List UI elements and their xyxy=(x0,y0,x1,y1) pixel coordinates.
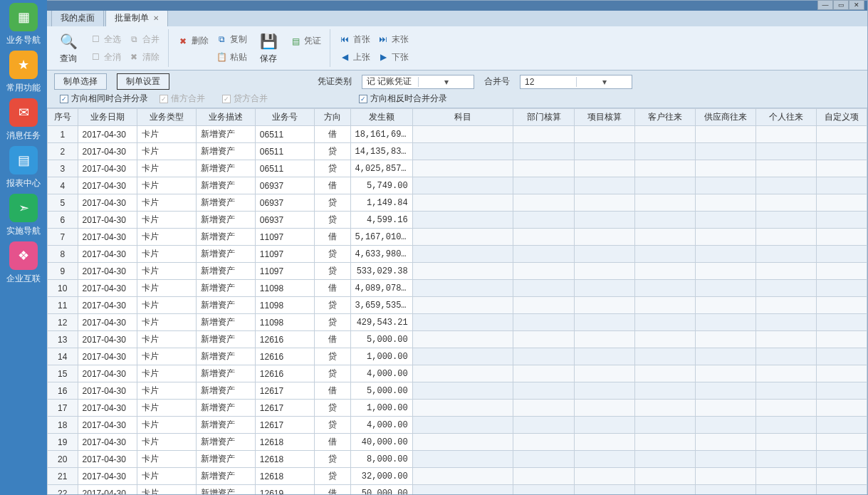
cell-empty[interactable] xyxy=(412,382,513,400)
cell-empty[interactable] xyxy=(574,451,634,468)
column-header[interactable]: 自定义项 xyxy=(816,109,867,126)
cell-empty[interactable] xyxy=(574,126,634,143)
cell-empty[interactable] xyxy=(816,365,867,382)
cell-empty[interactable] xyxy=(574,280,634,297)
cell-empty[interactable] xyxy=(816,280,867,297)
delete-button[interactable]: ✖删除 xyxy=(174,33,211,48)
cell-empty[interactable] xyxy=(816,485,867,495)
window-maximize-button[interactable]: ▭ xyxy=(833,0,849,10)
cell-empty[interactable] xyxy=(816,314,867,331)
table-row[interactable]: 102017-04-30卡片新增资产11098借4,089,078.63 xyxy=(48,280,867,297)
save-button[interactable]: 💾 保存 xyxy=(251,31,286,65)
cell-empty[interactable] xyxy=(412,297,513,314)
cell-empty[interactable] xyxy=(755,331,816,348)
column-header[interactable]: 业务日期 xyxy=(78,109,137,126)
cell-empty[interactable] xyxy=(513,194,574,212)
table-row[interactable]: 72017-04-30卡片新增资产11097借5,167,010.35 xyxy=(48,229,867,246)
cell-empty[interactable] xyxy=(695,314,755,331)
cell-empty[interactable] xyxy=(695,194,755,212)
cell-empty[interactable] xyxy=(513,417,574,434)
cell-empty[interactable] xyxy=(513,143,574,160)
cell-empty[interactable] xyxy=(513,365,574,382)
cell-empty[interactable] xyxy=(634,365,695,382)
cell-empty[interactable] xyxy=(412,348,513,365)
opposite-direction-merge-checkbox[interactable]: ✓ 方向相反时合并分录 xyxy=(359,93,447,105)
cell-empty[interactable] xyxy=(755,314,816,331)
cell-empty[interactable] xyxy=(816,331,867,348)
first-page-button[interactable]: ⏮首张 xyxy=(336,32,373,47)
same-direction-merge-checkbox[interactable]: ✓ 方向相同时合并分录 xyxy=(60,93,148,105)
window-minimize-button[interactable]: — xyxy=(817,0,833,10)
copy-button[interactable]: ⧉复制 xyxy=(213,32,250,47)
cell-empty[interactable] xyxy=(634,280,695,297)
cell-empty[interactable] xyxy=(755,468,816,485)
table-row[interactable]: 192017-04-30卡片新增资产12618借40,000.00 xyxy=(48,434,867,451)
cell-empty[interactable] xyxy=(634,382,695,400)
cell-empty[interactable] xyxy=(412,143,513,160)
cell-empty[interactable] xyxy=(412,331,513,348)
cell-empty[interactable] xyxy=(816,348,867,365)
cell-empty[interactable] xyxy=(816,451,867,468)
cell-empty[interactable] xyxy=(574,160,634,177)
cell-empty[interactable] xyxy=(634,229,695,246)
table-row[interactable]: 152017-04-30卡片新增资产12616贷4,000.00 xyxy=(48,365,867,382)
cell-empty[interactable] xyxy=(816,263,867,280)
table-row[interactable]: 212017-04-30卡片新增资产12618贷32,000.00 xyxy=(48,468,867,485)
cell-empty[interactable] xyxy=(513,160,574,177)
cell-empty[interactable] xyxy=(574,468,634,485)
column-header[interactable]: 发生额 xyxy=(350,109,412,126)
cell-empty[interactable] xyxy=(755,229,816,246)
cell-empty[interactable] xyxy=(755,400,816,417)
cell-empty[interactable] xyxy=(513,126,574,143)
table-row[interactable]: 182017-04-30卡片新增资产12617贷4,000.00 xyxy=(48,417,867,434)
column-header[interactable]: 项目核算 xyxy=(574,109,634,126)
cell-empty[interactable] xyxy=(634,263,695,280)
cell-empty[interactable] xyxy=(755,434,816,451)
voucher-button[interactable]: ▤凭证 xyxy=(287,33,324,48)
window-close-button[interactable]: ✕ xyxy=(849,0,864,10)
column-header[interactable]: 部门核算 xyxy=(513,109,574,126)
cell-empty[interactable] xyxy=(574,331,634,348)
cell-empty[interactable] xyxy=(412,468,513,485)
cell-empty[interactable] xyxy=(574,417,634,434)
cell-empty[interactable] xyxy=(634,331,695,348)
cell-empty[interactable] xyxy=(513,451,574,468)
cell-empty[interactable] xyxy=(513,263,574,280)
cell-empty[interactable] xyxy=(634,314,695,331)
column-header[interactable]: 序号 xyxy=(48,109,78,126)
cell-empty[interactable] xyxy=(412,365,513,382)
cell-empty[interactable] xyxy=(816,417,867,434)
cell-empty[interactable] xyxy=(695,451,755,468)
cell-empty[interactable] xyxy=(574,434,634,451)
cell-empty[interactable] xyxy=(695,331,755,348)
column-header[interactable]: 个人往来 xyxy=(755,109,816,126)
table-row[interactable]: 112017-04-30卡片新增资产11098贷3,659,535.42 xyxy=(48,297,867,314)
debit-merge-checkbox[interactable]: ✓ 借方合并 xyxy=(160,93,205,105)
merge-no-combo[interactable]: 12 ▾ xyxy=(520,75,632,89)
cell-empty[interactable] xyxy=(513,434,574,451)
cell-empty[interactable] xyxy=(755,194,816,212)
column-header[interactable]: 客户往来 xyxy=(634,109,695,126)
cell-empty[interactable] xyxy=(695,126,755,143)
cell-empty[interactable] xyxy=(574,263,634,280)
cell-empty[interactable] xyxy=(634,212,695,229)
cell-empty[interactable] xyxy=(634,434,695,451)
table-row[interactable]: 172017-04-30卡片新增资产12617贷1,000.00 xyxy=(48,400,867,417)
cell-empty[interactable] xyxy=(574,365,634,382)
cell-empty[interactable] xyxy=(695,468,755,485)
last-page-button[interactable]: ⏭末张 xyxy=(375,32,412,47)
cell-empty[interactable] xyxy=(695,382,755,400)
paste-button[interactable]: 📋粘贴 xyxy=(213,50,250,65)
table-row[interactable]: 92017-04-30卡片新增资产11097贷533,029.38 xyxy=(48,263,867,280)
column-header[interactable]: 业务号 xyxy=(255,109,314,126)
cell-empty[interactable] xyxy=(755,126,816,143)
cell-empty[interactable] xyxy=(634,143,695,160)
cell-empty[interactable] xyxy=(695,434,755,451)
cell-empty[interactable] xyxy=(755,485,816,495)
cell-empty[interactable] xyxy=(513,314,574,331)
table-row[interactable]: 222017-04-30卡片新增资产12619借50,000.00 xyxy=(48,485,867,495)
cell-empty[interactable] xyxy=(695,280,755,297)
cell-empty[interactable] xyxy=(634,160,695,177)
column-header[interactable]: 业务类型 xyxy=(137,109,196,126)
cell-empty[interactable] xyxy=(755,263,816,280)
